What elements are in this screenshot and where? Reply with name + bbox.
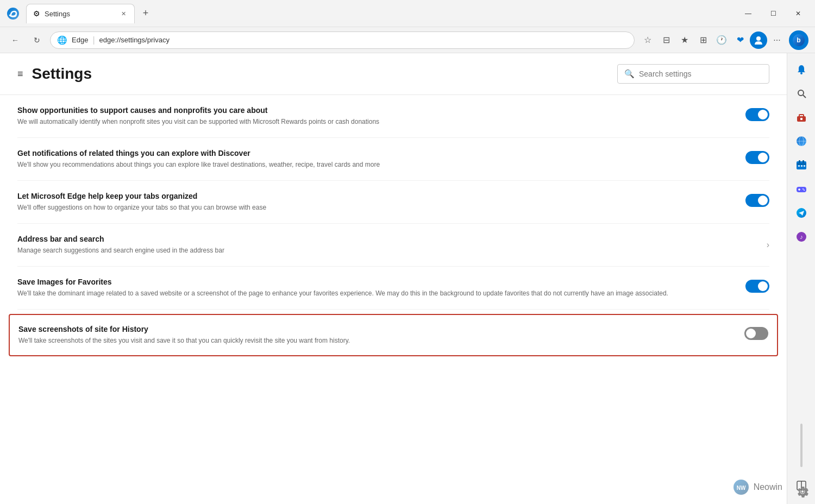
setting-desc-discover: We'll show you recommendations about thi… xyxy=(17,160,737,169)
tab-area: ⚙ Settings ✕ + xyxy=(4,4,736,23)
toggle-thumb-discover xyxy=(758,153,768,162)
toolbar-icons: ☆ ⊟ ★ ⊞ 🕐 ❤ ··· b xyxy=(639,30,808,50)
svg-point-1 xyxy=(756,36,761,41)
refresh-button[interactable]: ↻ xyxy=(28,32,46,49)
setting-desc-favorites-images: We'll take the dominant image related to… xyxy=(17,288,737,298)
setting-label-history-screenshots: Save screenshots of site for History xyxy=(18,325,736,333)
setting-item-tabs: Let Microsoft Edge help keep your tabs o… xyxy=(17,181,769,224)
toggle-nonprofits[interactable] xyxy=(745,108,769,121)
setting-text-history-screenshots: Save screenshots of site for History We'… xyxy=(18,325,736,345)
split-view-button[interactable]: ⊟ xyxy=(657,32,675,49)
history-button[interactable]: 🕐 xyxy=(713,32,730,49)
edge-logo xyxy=(4,5,22,22)
page-title: Settings xyxy=(32,65,609,83)
setting-control-discover xyxy=(745,151,769,164)
toggle-track-nonprofits xyxy=(745,108,769,121)
globe-sidebar-icon[interactable] xyxy=(792,131,811,151)
scroll-indicator xyxy=(800,424,803,467)
svg-point-23 xyxy=(803,188,804,190)
more-button[interactable]: ··· xyxy=(768,32,786,49)
toggle-favorites-images[interactable] xyxy=(745,280,769,293)
tab-close-button[interactable]: ✕ xyxy=(119,9,128,18)
svg-text:NW: NW xyxy=(736,485,745,491)
svg-text:b: b xyxy=(797,36,800,44)
settings-area: ≡ Settings 🔍 Show opportunities to suppo… xyxy=(0,53,787,504)
toolbar: ← ↻ 🌐 Edge | edge://settings/privacy ☆ ⊟… xyxy=(0,27,815,53)
toggle-track-discover xyxy=(745,151,769,164)
address-divider: | xyxy=(92,35,95,45)
setting-control-nonprofits xyxy=(745,108,769,121)
svg-rect-20 xyxy=(797,187,806,192)
search-input[interactable] xyxy=(639,70,762,78)
toggle-track-history-screenshots xyxy=(744,327,768,340)
setting-item-nonprofits: Show opportunities to support causes and… xyxy=(17,95,769,138)
setting-control-history-screenshots xyxy=(744,327,768,340)
favorites-button[interactable]: ★ xyxy=(676,32,693,49)
maximize-button[interactable]: ☐ xyxy=(761,5,786,22)
setting-label-tabs: Let Microsoft Edge help keep your tabs o… xyxy=(17,192,737,200)
toggle-discover[interactable] xyxy=(745,151,769,164)
toggle-track-tabs xyxy=(745,194,769,207)
chevron-icon: › xyxy=(767,240,769,250)
settings-content: Show opportunities to support causes and… xyxy=(0,95,787,504)
toggle-history-screenshots[interactable] xyxy=(744,327,768,340)
bing-button[interactable]: b xyxy=(789,30,808,50)
profile-button[interactable] xyxy=(750,32,767,49)
address-bar[interactable]: 🌐 Edge | edge://settings/privacy xyxy=(50,32,635,49)
toggle-thumb-tabs xyxy=(758,196,768,205)
toggle-thumb-favorites-images xyxy=(758,281,768,291)
setting-text-favorites-images: Save Images for Favorites We'll take the… xyxy=(17,278,737,298)
setting-text-nonprofits: Show opportunities to support causes and… xyxy=(17,106,737,127)
toggle-thumb-history-screenshots xyxy=(746,329,756,338)
message-icon[interactable] xyxy=(792,203,811,223)
svg-text:♪: ♪ xyxy=(800,234,803,240)
svg-point-24 xyxy=(804,190,805,191)
favorite-button[interactable]: ☆ xyxy=(639,32,656,49)
settings-gear-bottom[interactable] xyxy=(797,486,808,500)
minimize-button[interactable]: — xyxy=(736,5,761,22)
music-icon[interactable]: ♪ xyxy=(792,227,811,247)
svg-rect-18 xyxy=(801,165,803,167)
neowin-label: Neowin xyxy=(754,482,782,492)
search-sidebar-icon[interactable] xyxy=(792,84,811,103)
setting-item-discover: Get notifications of related things you … xyxy=(17,138,769,181)
setting-label-favorites-images: Save Images for Favorites xyxy=(17,278,737,286)
back-button[interactable]: ← xyxy=(7,32,24,49)
svg-rect-14 xyxy=(799,160,800,163)
setting-desc-tabs: We'll offer suggestions on how to organi… xyxy=(17,203,737,212)
setting-link-text-address-bar: Address bar and search Manage search sug… xyxy=(17,235,767,255)
setting-control-tabs xyxy=(745,194,769,207)
svg-point-0 xyxy=(7,8,19,20)
main-layout: ≡ Settings 🔍 Show opportunities to suppo… xyxy=(0,53,815,504)
notification-icon[interactable] xyxy=(792,60,811,79)
svg-rect-19 xyxy=(804,165,805,167)
games-icon[interactable] xyxy=(792,179,811,199)
toolbox-icon[interactable] xyxy=(792,108,811,127)
menu-icon[interactable]: ≡ xyxy=(17,68,23,80)
setting-desc-history-screenshots: We'll take screenshots of the sites you … xyxy=(18,336,736,345)
setting-text-tabs: Let Microsoft Edge help keep your tabs o… xyxy=(17,192,737,212)
title-bar: ⚙ Settings ✕ + — ☐ ✕ xyxy=(0,0,815,27)
svg-rect-9 xyxy=(800,118,803,120)
collections-button[interactable]: ⊞ xyxy=(694,32,712,49)
toggle-thumb-nonprofits xyxy=(758,110,768,119)
new-tab-button[interactable]: + xyxy=(137,5,154,22)
close-button[interactable]: ✕ xyxy=(786,5,811,22)
tab-favicon: ⚙ xyxy=(33,9,40,18)
setting-control-favorites-images xyxy=(745,280,769,293)
setting-label-nonprofits: Show opportunities to support causes and… xyxy=(17,106,737,115)
rewards-button[interactable]: ❤ xyxy=(731,32,749,49)
toggle-tabs[interactable] xyxy=(745,194,769,207)
right-sidebar: ♪ xyxy=(787,53,815,504)
setting-item-address-bar[interactable]: Address bar and search Manage search sug… xyxy=(17,224,769,267)
settings-tab[interactable]: ⚙ Settings ✕ xyxy=(26,4,135,23)
svg-point-4 xyxy=(800,72,803,74)
svg-rect-8 xyxy=(799,115,804,117)
tab-title: Settings xyxy=(45,10,70,18)
neowin-logo-icon: NW xyxy=(733,479,749,495)
outlook-icon[interactable] xyxy=(792,155,811,175)
svg-point-5 xyxy=(798,90,804,96)
setting-label-discover: Get notifications of related things you … xyxy=(17,149,737,158)
search-box[interactable]: 🔍 xyxy=(617,64,769,84)
setting-item-history-screenshots: Save screenshots of site for History We'… xyxy=(9,314,778,356)
